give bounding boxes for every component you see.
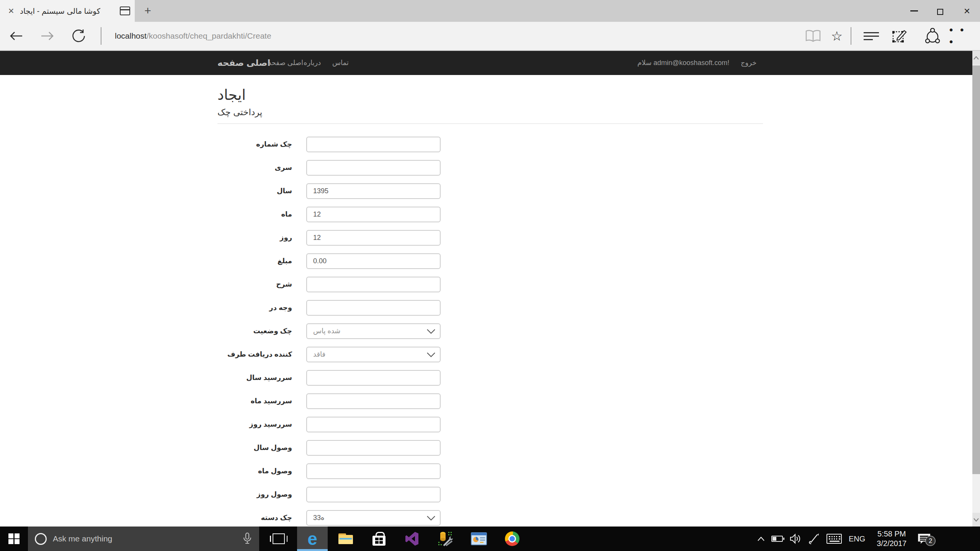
- taskbar-management-app-button[interactable]: [464, 527, 494, 551]
- cortana-search-box[interactable]: Ask me anything: [28, 527, 259, 551]
- share-button[interactable]: [920, 22, 945, 50]
- tray-pen-button[interactable]: [808, 533, 820, 544]
- text-field-11[interactable]: [306, 393, 441, 409]
- field-label-12: روز ‎سررسید: [210, 417, 292, 432]
- refresh-button[interactable]: [70, 22, 87, 50]
- tray-volume-button[interactable]: [790, 533, 801, 544]
- form-row: شرح: [210, 277, 770, 292]
- tray-battery-button[interactable]: [771, 536, 783, 542]
- search-placeholder: Ask me anything: [53, 534, 112, 543]
- tray-language-button[interactable]: ENG: [849, 535, 865, 543]
- navbar-greeting-link[interactable]: سلام admin@kooshasoft.com!: [637, 51, 729, 75]
- windows-logo-icon: [8, 533, 20, 544]
- browser-titlebar: × ایجاد ‎- ‎سیستم ‎مالی ‎کوشا + ×: [0, 0, 980, 22]
- tray-show-hidden-button[interactable]: [758, 537, 764, 541]
- chevron-up-icon: [758, 537, 764, 541]
- screen: × ایجاد ‎- ‎سیستم ‎مالی ‎کوشا + × localh…: [0, 0, 980, 551]
- speaker-icon: [790, 533, 801, 544]
- file-explorer-icon: [338, 533, 353, 544]
- taskbar: Ask me anything e: [0, 527, 980, 551]
- toolbar-divider: [101, 27, 101, 45]
- text-field-1[interactable]: [306, 160, 441, 176]
- tray-clock-button[interactable]: 5:58 PM 3/2/2017: [872, 529, 911, 548]
- clock-time: 5:58 PM: [877, 529, 906, 539]
- new-tab-button[interactable]: +: [140, 0, 155, 22]
- navbar-link-0[interactable]: صفحه ‎اصلی: [268, 51, 303, 75]
- form-row: ماه ‎سررسید: [210, 393, 770, 409]
- text-field-6[interactable]: [306, 277, 441, 292]
- system-tray: ENG 5:58 PM 3/2/2017 2: [754, 527, 934, 551]
- chevron-up-icon: [973, 56, 979, 60]
- page-subtitle: چک ‎پرداختی: [217, 107, 763, 117]
- notification-badge: 2: [925, 536, 936, 546]
- window-minimize-button[interactable]: [903, 0, 926, 22]
- form-row: وضعیت ‎چکپاس ‎شده: [210, 323, 770, 339]
- field-label-7: در ‎وجه: [210, 300, 292, 316]
- taskbar-visual-studio-button[interactable]: [397, 527, 428, 551]
- web-note-button[interactable]: [888, 22, 911, 50]
- browser-tab[interactable]: × ایجاد ‎- ‎سیستم ‎مالی ‎کوشا: [0, 0, 135, 22]
- reading-view-button[interactable]: [802, 22, 824, 50]
- navbar-brand[interactable]: صفحه ‎اصلی: [217, 51, 270, 75]
- back-button[interactable]: [8, 22, 24, 50]
- hub-icon: [864, 30, 879, 42]
- language-label: ENG: [849, 535, 865, 543]
- text-field-5[interactable]: 0.00: [306, 253, 441, 269]
- field-label-10: سال ‎سررسید: [210, 370, 292, 386]
- field-label-6: شرح: [210, 277, 292, 292]
- text-field-4[interactable]: 12: [306, 230, 441, 246]
- text-field-14[interactable]: [306, 463, 441, 479]
- more-actions-button[interactable]: • • •: [949, 22, 974, 50]
- scrollbar-down-button[interactable]: [972, 513, 980, 527]
- text-field-3[interactable]: 12: [306, 207, 441, 222]
- select-field-9[interactable]: فاقد: [306, 347, 441, 362]
- text-field-2[interactable]: 1395: [306, 183, 441, 199]
- form-row: روز12: [210, 230, 770, 246]
- action-center-button[interactable]: 2: [918, 534, 930, 544]
- scrollbar-up-button[interactable]: [972, 51, 980, 65]
- window-close-button[interactable]: ×: [956, 0, 978, 22]
- navbar-link-2[interactable]: تماس: [332, 51, 349, 75]
- address-bar[interactable]: localhost/kooshasoft/cheq_pardakhti/Crea…: [115, 22, 271, 50]
- chevron-down-icon: [427, 516, 435, 521]
- pen-icon: [808, 533, 820, 544]
- text-field-12[interactable]: [306, 417, 441, 432]
- navbar-logout-link[interactable]: خروج: [741, 51, 756, 75]
- select-field-8[interactable]: پاس ‎شده: [306, 323, 441, 339]
- forward-button[interactable]: [39, 22, 56, 50]
- select-field-16[interactable]: 33ه: [306, 510, 441, 526]
- favorites-button[interactable]: ☆: [826, 22, 848, 50]
- url-host: localhost: [115, 31, 147, 40]
- form-row: سال ‎سررسید: [210, 370, 770, 386]
- toolbar-divider: [851, 27, 851, 45]
- page-title: ایجاد: [217, 86, 763, 103]
- edge-icon: e: [307, 530, 317, 548]
- refresh-icon: [72, 29, 86, 43]
- field-label-15: روز ‎وصول: [210, 487, 292, 502]
- clock-date: 3/2/2017: [877, 539, 906, 548]
- hub-button[interactable]: [860, 22, 883, 50]
- text-field-10[interactable]: [306, 370, 441, 386]
- tray-touch-keyboard-button[interactable]: [826, 534, 842, 544]
- cheque-form: شماره ‎چکسریسال1395ماه12روز12مبلغ0.00شرح…: [210, 137, 770, 526]
- restore-icon: [937, 9, 943, 15]
- start-button[interactable]: [0, 527, 28, 551]
- text-field-0[interactable]: [306, 137, 441, 152]
- scrollbar-thumb[interactable]: [972, 65, 980, 474]
- taskbar-sql-tools-button[interactable]: [430, 527, 461, 551]
- scrollbar[interactable]: [972, 51, 980, 527]
- taskbar-edge-button[interactable]: e: [297, 527, 328, 551]
- taskbar-file-explorer-button[interactable]: [330, 527, 361, 551]
- task-view-button[interactable]: [263, 527, 294, 551]
- text-field-7[interactable]: [306, 300, 441, 316]
- microphone-icon[interactable]: [243, 533, 252, 545]
- form-row: روز ‎سررسید: [210, 417, 770, 432]
- text-field-15[interactable]: [306, 487, 441, 502]
- taskbar-chrome-button[interactable]: [497, 527, 528, 551]
- navbar-link-1[interactable]: درباره: [304, 51, 321, 75]
- field-label-5: مبلغ: [210, 253, 292, 269]
- text-field-13[interactable]: [306, 440, 441, 456]
- taskbar-store-button[interactable]: [364, 527, 394, 551]
- tab-close-icon[interactable]: ×: [6, 0, 16, 22]
- window-restore-button[interactable]: [929, 0, 952, 22]
